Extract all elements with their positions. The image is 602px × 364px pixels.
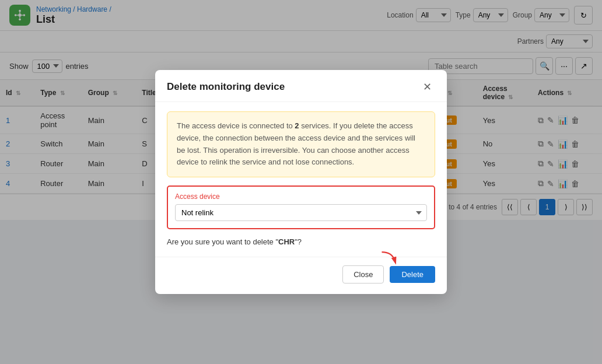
warning-text-1: The access device is connected to — [177, 121, 295, 130]
access-device-group: Access device Not relink — [167, 186, 435, 220]
modal-close-button[interactable]: ✕ — [419, 80, 435, 93]
access-device-select[interactable]: Not relink — [175, 204, 427, 220]
modal-title: Delete monitoring device — [167, 81, 285, 93]
modal-overlay: Delete monitoring device ✕ The access de… — [0, 0, 602, 220]
warning-services-count: 2 — [295, 121, 299, 130]
modal-body: The access device is connected to 2 serv… — [155, 102, 447, 220]
access-device-label: Access device — [175, 192, 427, 201]
warning-box: The access device is connected to 2 serv… — [167, 111, 435, 177]
modal-header: Delete monitoring device ✕ — [155, 70, 447, 102]
delete-modal: Delete monitoring device ✕ The access de… — [155, 70, 447, 220]
